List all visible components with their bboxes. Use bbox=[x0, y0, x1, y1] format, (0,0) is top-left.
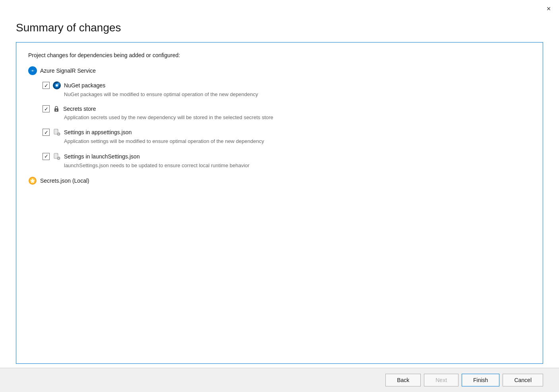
content-area: Project changes for dependencies being a… bbox=[0, 42, 559, 368]
cancel-button[interactable]: Cancel bbox=[503, 374, 543, 386]
launchsettings-desc: launchSettings.json needs to be updated … bbox=[64, 162, 531, 169]
sub-item-nuget: ✓ NuGet packages NuGet packages will be … bbox=[43, 81, 531, 98]
nuget-label: NuGet packages bbox=[64, 82, 105, 89]
secrets-store-checkbox[interactable]: ✓ bbox=[43, 105, 50, 112]
next-button[interactable]: Next bbox=[424, 374, 458, 386]
launchsettings-label: Settings in launchSettings.json bbox=[64, 153, 140, 160]
svg-point-11 bbox=[58, 133, 59, 135]
changes-box: Project changes for dependencies being a… bbox=[16, 42, 543, 364]
appsettings-label: Settings in appsettings.json bbox=[64, 129, 132, 135]
launchsettings-checkmark: ✓ bbox=[44, 154, 48, 159]
svg-rect-8 bbox=[56, 110, 57, 111]
appsettings-checkbox[interactable]: ✓ bbox=[43, 129, 50, 136]
page-title: Summary of changes bbox=[0, 17, 559, 42]
sub-item-appsettings-header: ✓ Settings in appsettings.js bbox=[43, 128, 531, 136]
secrets-store-label: Secrets store bbox=[63, 106, 96, 112]
sub-item-secrets-store: ✓ Secrets store Application secrets used… bbox=[43, 105, 531, 121]
title-bar: × bbox=[0, 0, 559, 17]
svg-point-6 bbox=[58, 83, 60, 85]
appsettings-desc: Application settings will be modified to… bbox=[64, 138, 531, 145]
finish-button[interactable]: Finish bbox=[462, 374, 499, 386]
secrets-store-checkmark: ✓ bbox=[44, 106, 48, 112]
secrets-json-label: Secrets.json (Local) bbox=[40, 178, 89, 184]
sub-item-nuget-header: ✓ NuGet packages bbox=[43, 81, 531, 89]
svg-point-14 bbox=[58, 158, 59, 159]
lock-icon bbox=[53, 105, 60, 112]
sub-item-launchsettings: ✓ Settings in launchSettings.json bbox=[43, 153, 531, 169]
nuget-icon bbox=[53, 81, 61, 89]
back-button[interactable]: Back bbox=[385, 374, 421, 386]
footer: Back Next Finish Cancel bbox=[0, 368, 559, 392]
nuget-checkbox[interactable]: ✓ bbox=[43, 82, 50, 89]
nuget-desc: NuGet packages will be modified to ensur… bbox=[64, 91, 531, 98]
box-description: Project changes for dependencies being a… bbox=[28, 52, 531, 58]
nuget-checkmark: ✓ bbox=[44, 83, 48, 88]
close-button[interactable]: × bbox=[543, 3, 554, 14]
sub-items: ✓ NuGet packages NuGet packages will be … bbox=[43, 81, 531, 169]
secrets-store-desc: Application secrets used by the new depe… bbox=[64, 114, 531, 121]
service-name: Azure SignalR Service bbox=[40, 68, 96, 74]
service-item-azure-signalr: Azure SignalR Service bbox=[28, 66, 531, 75]
secrets-json-icon bbox=[28, 176, 37, 185]
sub-item-appsettings: ✓ Settings in appsettings.js bbox=[43, 128, 531, 145]
launchsettings-settings-icon bbox=[53, 153, 61, 160]
launchsettings-checkbox[interactable]: ✓ bbox=[43, 153, 50, 160]
secrets-json-item: Secrets.json (Local) bbox=[28, 176, 531, 185]
appsettings-settings-icon bbox=[53, 128, 61, 136]
sub-item-secrets-store-header: ✓ Secrets store bbox=[43, 105, 531, 112]
appsettings-checkmark: ✓ bbox=[44, 130, 48, 135]
sub-item-launchsettings-header: ✓ Settings in launchSettings.json bbox=[43, 153, 531, 160]
svg-point-2 bbox=[32, 70, 33, 71]
azure-signalr-icon bbox=[28, 66, 37, 75]
